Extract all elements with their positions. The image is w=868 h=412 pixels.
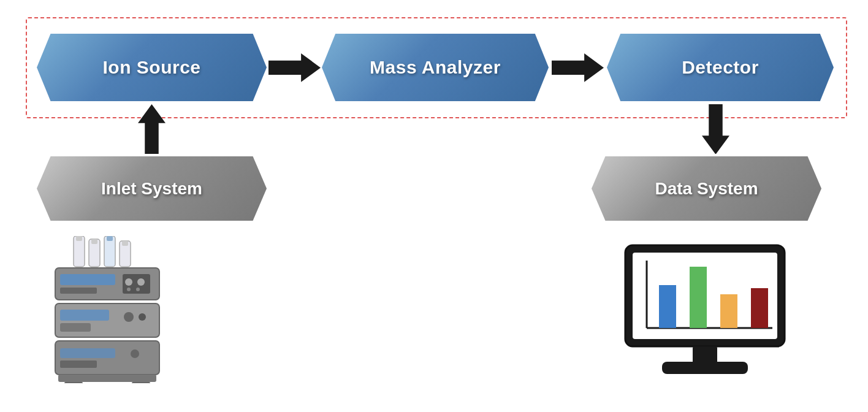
svg-point-23 <box>124 312 134 322</box>
svg-rect-14 <box>60 288 97 294</box>
arrow-mass-detector-icon <box>552 53 604 82</box>
svg-rect-21 <box>60 310 109 321</box>
data-system-box: Data System <box>592 156 821 221</box>
svg-rect-22 <box>60 323 91 332</box>
mass-analyzer-box: Mass Analyzer <box>322 34 549 101</box>
svg-point-16 <box>125 278 132 286</box>
svg-point-19 <box>136 288 140 291</box>
arrow-ion-mass-icon <box>268 53 321 82</box>
arrow-inlet-ion-icon <box>138 104 166 154</box>
svg-rect-9 <box>91 239 97 244</box>
svg-rect-30 <box>64 382 83 383</box>
mass-analyzer-label: Mass Analyzer <box>370 57 501 78</box>
inlet-system-shape: Inlet System <box>37 156 267 221</box>
svg-rect-39 <box>751 288 768 328</box>
svg-rect-8 <box>76 236 82 241</box>
mass-analyzer-shape: Mass Analyzer <box>322 34 549 101</box>
arrow-detector-to-data <box>702 103 729 155</box>
svg-marker-2 <box>702 104 729 154</box>
svg-point-24 <box>139 313 146 321</box>
svg-rect-31 <box>132 382 150 383</box>
detector-shape: Detector <box>607 34 834 101</box>
svg-rect-13 <box>60 274 115 285</box>
svg-rect-10 <box>107 236 113 241</box>
svg-marker-0 <box>268 53 321 82</box>
svg-marker-1 <box>552 53 604 82</box>
svg-marker-3 <box>138 104 166 154</box>
svg-rect-26 <box>60 348 115 358</box>
svg-point-17 <box>137 278 145 286</box>
svg-point-18 <box>127 288 131 291</box>
data-system-shape: Data System <box>592 156 821 221</box>
inlet-system-label: Inlet System <box>101 179 202 199</box>
hplc-icon <box>49 236 190 383</box>
ion-source-box: Ion Source <box>37 34 267 101</box>
ion-source-shape: Ion Source <box>37 34 267 101</box>
svg-rect-11 <box>122 241 128 246</box>
svg-rect-36 <box>659 285 676 328</box>
hplc-machine-illustration <box>49 236 190 383</box>
ion-source-label: Ion Source <box>102 57 200 78</box>
arrow-mass-to-detector <box>552 54 604 82</box>
svg-rect-38 <box>720 294 737 328</box>
arrow-ion-to-mass <box>268 54 321 82</box>
monitor-icon <box>619 239 791 380</box>
svg-rect-27 <box>60 360 97 368</box>
detector-label: Detector <box>682 57 759 78</box>
svg-rect-41 <box>662 362 748 374</box>
detector-box: Detector <box>607 34 834 101</box>
svg-rect-29 <box>58 375 156 382</box>
arrow-detector-data-icon <box>702 104 729 154</box>
inlet-system-box: Inlet System <box>37 156 267 221</box>
arrow-inlet-to-ion <box>138 103 166 155</box>
data-system-label: Data System <box>655 179 758 199</box>
svg-point-28 <box>131 349 139 358</box>
svg-rect-40 <box>693 346 717 364</box>
monitor-illustration <box>619 239 791 380</box>
diagram-container: Ion Source Mass Analyzer Detector Inlet … <box>0 0 868 412</box>
svg-rect-37 <box>690 267 707 328</box>
